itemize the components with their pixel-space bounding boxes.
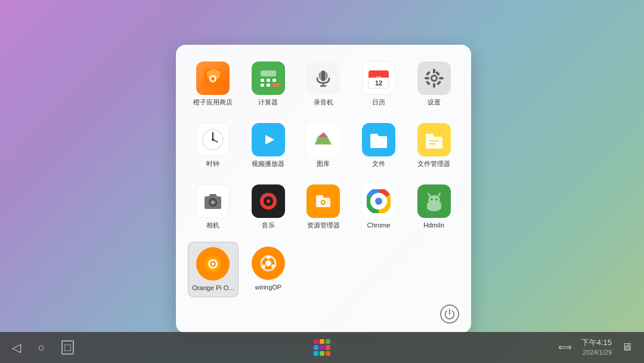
gallery-label: 图库 — [317, 160, 330, 168]
calendar-label: 日历 — [372, 99, 385, 106]
svg-point-73 — [265, 260, 271, 266]
app-item-camera[interactable]: 相机 — [188, 180, 239, 234]
svg-rect-29 — [425, 81, 430, 85]
hdmiin-icon — [417, 184, 451, 218]
svg-point-61 — [428, 195, 440, 205]
svg-point-44 — [211, 201, 215, 204]
resource-label: 资源管理器 — [307, 222, 340, 229]
calculator-icon — [252, 61, 285, 95]
app-item-orangepi-os[interactable]: Orange Pi O... — [188, 242, 239, 297]
svg-point-21 — [432, 76, 436, 80]
files-label: 文件 — [372, 160, 385, 168]
svg-point-74 — [267, 256, 270, 259]
svg-rect-25 — [439, 77, 444, 79]
settings-label: 设置 — [428, 99, 441, 106]
svg-point-48 — [267, 199, 270, 203]
wiringop-icon — [252, 247, 285, 280]
svg-rect-22 — [433, 69, 435, 73]
app-item-wiringop[interactable]: wiringOP — [243, 242, 294, 297]
orange-store-label: 橙子应用商店 — [193, 99, 233, 106]
screen-resize-button[interactable]: ⟺ — [558, 342, 572, 353]
app-item-video[interactable]: 视频播放器 — [243, 118, 294, 173]
recent-button[interactable]: □ — [61, 340, 74, 355]
orangepi-os-label: Orange Pi O... — [192, 284, 234, 292]
app-item-filemanager[interactable]: 文件管理器 — [408, 118, 459, 173]
hdmiin-label: HdmiIn — [423, 222, 444, 229]
svg-point-75 — [271, 264, 275, 268]
svg-rect-85 — [326, 351, 330, 356]
filemanager-label: 文件管理器 — [417, 160, 450, 168]
settings-icon — [417, 61, 451, 95]
filemanager-icon — [417, 123, 451, 156]
svg-rect-9 — [267, 84, 270, 87]
svg-rect-7 — [273, 79, 276, 82]
svg-rect-78 — [320, 339, 324, 344]
svg-point-62 — [431, 198, 433, 201]
app-launcher: 橙子应用商店 计算器 — [176, 45, 471, 333]
app-item-resource[interactable]: 资源管理器 — [298, 180, 349, 234]
svg-rect-51 — [316, 195, 323, 199]
clock-label: 时钟 — [206, 160, 219, 168]
wiringop-label: wiringOP — [255, 284, 282, 291]
video-icon — [252, 123, 285, 156]
resource-icon — [306, 184, 340, 218]
app-item-clock[interactable]: 时钟 — [188, 118, 239, 173]
app-item-recorder[interactable]: 录音机 — [298, 57, 349, 111]
svg-rect-26 — [425, 71, 430, 76]
taskbar-center — [310, 336, 334, 359]
home-button[interactable]: ○ — [38, 341, 45, 355]
desktop: 橙子应用商店 计算器 — [0, 0, 644, 363]
app-item-hdmiin[interactable]: HdmiIn — [408, 180, 459, 234]
taskbar-datetime: 下午4:15 2024/1/29 — [581, 337, 612, 358]
svg-rect-10 — [273, 84, 280, 87]
recorder-icon — [306, 61, 340, 95]
app-grid: 橙子应用商店 计算器 — [188, 57, 459, 297]
music-icon — [252, 184, 285, 218]
svg-rect-77 — [314, 339, 318, 344]
taskbar: ◁ ○ □ ⟺ 下午4:15 — [0, 332, 644, 363]
app-item-calendar[interactable]: 12 12 日历 — [354, 57, 404, 111]
camera-icon — [196, 184, 230, 218]
calendar-icon: 12 12 — [362, 61, 395, 95]
taskbar-nav: ◁ ○ □ — [12, 340, 74, 355]
svg-point-57 — [375, 198, 382, 205]
chrome-label: Chrome — [367, 222, 391, 229]
svg-rect-5 — [261, 79, 264, 82]
svg-rect-79 — [326, 339, 330, 344]
svg-rect-80 — [314, 345, 318, 350]
svg-point-70 — [212, 262, 215, 265]
app-item-calculator[interactable]: 计算器 — [243, 57, 294, 111]
app-item-gallery[interactable]: 图库 — [298, 118, 349, 173]
svg-point-53 — [322, 201, 324, 204]
svg-text:12: 12 — [375, 79, 382, 87]
svg-rect-39 — [426, 137, 442, 149]
files-icon — [362, 123, 395, 156]
taskbar-date-text: 2024/1/29 — [581, 348, 612, 357]
apps-button[interactable] — [310, 336, 334, 359]
gallery-icon — [306, 123, 340, 156]
orange-store-icon — [196, 61, 230, 95]
svg-rect-81 — [320, 345, 324, 350]
app-item-settings[interactable]: 设置 — [408, 57, 459, 111]
svg-rect-24 — [425, 77, 429, 79]
svg-rect-23 — [433, 83, 435, 88]
power-button[interactable] — [440, 304, 459, 324]
svg-point-2 — [211, 77, 215, 81]
svg-rect-27 — [436, 81, 441, 85]
app-item-music[interactable]: 音乐 — [243, 180, 294, 234]
app-item-orange-store[interactable]: 橙子应用商店 — [188, 57, 239, 111]
taskbar-right: ⟺ 下午4:15 2024/1/29 🖥 — [558, 337, 632, 358]
svg-rect-12 — [321, 70, 325, 81]
back-button[interactable]: ◁ — [12, 340, 21, 355]
monitor-icon[interactable]: 🖥 — [621, 341, 632, 353]
svg-rect-8 — [261, 84, 264, 87]
music-label: 音乐 — [262, 222, 275, 229]
chrome-icon — [362, 184, 395, 218]
svg-rect-6 — [267, 79, 270, 82]
svg-rect-82 — [326, 345, 330, 350]
app-item-chrome[interactable]: Chrome — [354, 180, 404, 234]
app-item-files[interactable]: 文件 — [354, 118, 404, 173]
recorder-label: 录音机 — [314, 99, 333, 106]
svg-rect-37 — [370, 136, 387, 148]
svg-point-76 — [262, 264, 265, 268]
